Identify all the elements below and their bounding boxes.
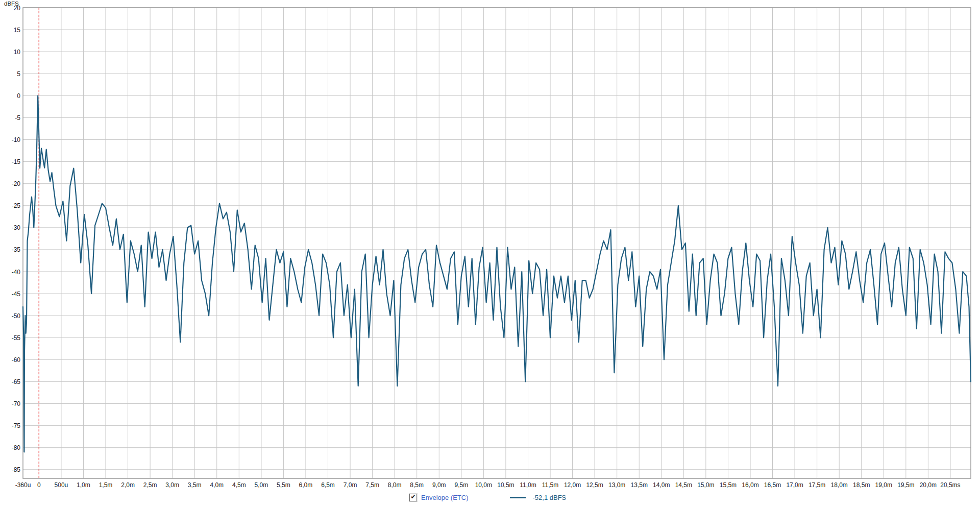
legend: ✔ Envelope (ETC) -52,1 dBFS <box>409 493 566 502</box>
legend-line-sample-icon <box>510 497 526 498</box>
svg-text:8,5m: 8,5m <box>410 481 424 489</box>
svg-text:-20: -20 <box>12 180 21 187</box>
svg-text:4,0m: 4,0m <box>210 481 224 489</box>
envelope-trace <box>23 95 971 452</box>
svg-text:15,5m: 15,5m <box>720 481 737 489</box>
envelope-graph-panel: dBFS 20151050-5-10-15-20-25-30-35-40-45-… <box>0 0 980 506</box>
svg-text:-50: -50 <box>12 312 21 320</box>
svg-text:19,0m: 19,0m <box>875 481 892 489</box>
svg-text:5,5m: 5,5m <box>277 481 290 489</box>
svg-text:20,5ms: 20,5ms <box>940 481 960 489</box>
x-axis-labels: -360u0500u1,0m1,5m2,0m2,5m3,0m3,5m4,0m4,… <box>15 481 961 489</box>
svg-text:12,5m: 12,5m <box>586 481 603 489</box>
svg-text:14,5m: 14,5m <box>675 481 692 489</box>
svg-text:2,0m: 2,0m <box>121 481 135 489</box>
envelope-visibility-checkbox[interactable]: ✔ <box>409 494 417 501</box>
svg-text:20: 20 <box>14 5 21 12</box>
svg-text:-25: -25 <box>12 202 21 209</box>
svg-text:17,0m: 17,0m <box>786 481 803 489</box>
svg-text:-60: -60 <box>12 356 21 364</box>
svg-text:5,0m: 5,0m <box>255 481 268 489</box>
svg-text:5: 5 <box>17 70 20 78</box>
svg-text:10: 10 <box>14 49 21 56</box>
svg-text:18,5m: 18,5m <box>853 481 870 489</box>
svg-text:1,5m: 1,5m <box>99 481 113 489</box>
svg-text:500u: 500u <box>55 481 68 489</box>
svg-text:6,0m: 6,0m <box>299 481 313 489</box>
checkmark-icon: ✔ <box>410 494 415 500</box>
svg-text:-85: -85 <box>12 466 21 473</box>
svg-text:-10: -10 <box>12 136 21 143</box>
svg-text:-15: -15 <box>12 158 21 165</box>
svg-text:-55: -55 <box>12 334 21 342</box>
svg-text:-30: -30 <box>12 224 21 231</box>
svg-text:-40: -40 <box>12 269 21 276</box>
svg-text:9,0m: 9,0m <box>432 481 446 489</box>
svg-text:12,0m: 12,0m <box>564 481 581 489</box>
svg-text:16,0m: 16,0m <box>742 481 758 489</box>
svg-text:7,5m: 7,5m <box>365 481 379 489</box>
grid-lines <box>23 8 971 478</box>
plot-border <box>23 8 971 478</box>
svg-text:15: 15 <box>14 27 21 34</box>
svg-text:10,5m: 10,5m <box>497 481 514 489</box>
svg-text:8,0m: 8,0m <box>388 481 402 489</box>
legend-cursor-value: -52,1 dBFS <box>532 494 566 501</box>
svg-text:4,5m: 4,5m <box>232 481 246 489</box>
svg-text:0: 0 <box>17 92 20 100</box>
svg-text:9,5m: 9,5m <box>454 481 468 489</box>
envelope-chart[interactable]: dBFS 20151050-5-10-15-20-25-30-35-40-45-… <box>0 0 980 490</box>
svg-text:7,0m: 7,0m <box>344 481 357 489</box>
svg-text:11,0m: 11,0m <box>520 481 536 489</box>
svg-text:19,5m: 19,5m <box>897 481 914 489</box>
svg-text:-65: -65 <box>12 378 21 385</box>
svg-text:-35: -35 <box>12 246 21 253</box>
legend-series-label[interactable]: Envelope (ETC) <box>421 494 468 501</box>
svg-text:13,5m: 13,5m <box>631 481 648 489</box>
svg-text:-80: -80 <box>12 444 21 451</box>
svg-text:0: 0 <box>37 481 41 489</box>
svg-text:6,5m: 6,5m <box>321 481 335 489</box>
y-axis-labels: 20151050-5-10-15-20-25-30-35-40-45-50-55… <box>12 5 21 474</box>
svg-text:16,5m: 16,5m <box>764 481 781 489</box>
svg-text:10,0m: 10,0m <box>475 481 492 489</box>
svg-text:1,0m: 1,0m <box>77 481 90 489</box>
svg-text:-75: -75 <box>12 422 21 429</box>
svg-text:13,0m: 13,0m <box>608 481 625 489</box>
svg-text:14,0m: 14,0m <box>653 481 670 489</box>
svg-text:11,5m: 11,5m <box>542 481 558 489</box>
svg-text:17,5m: 17,5m <box>808 481 825 489</box>
svg-text:-45: -45 <box>12 291 21 298</box>
svg-text:18,0m: 18,0m <box>831 481 848 489</box>
svg-text:-70: -70 <box>12 400 21 407</box>
svg-text:-360u: -360u <box>15 481 31 489</box>
svg-text:15,0m: 15,0m <box>697 481 714 489</box>
svg-text:-5: -5 <box>15 114 20 122</box>
svg-text:20,0m: 20,0m <box>920 481 937 489</box>
svg-text:3,5m: 3,5m <box>188 481 202 489</box>
svg-text:2,5m: 2,5m <box>143 481 157 489</box>
svg-text:3,0m: 3,0m <box>165 481 179 489</box>
